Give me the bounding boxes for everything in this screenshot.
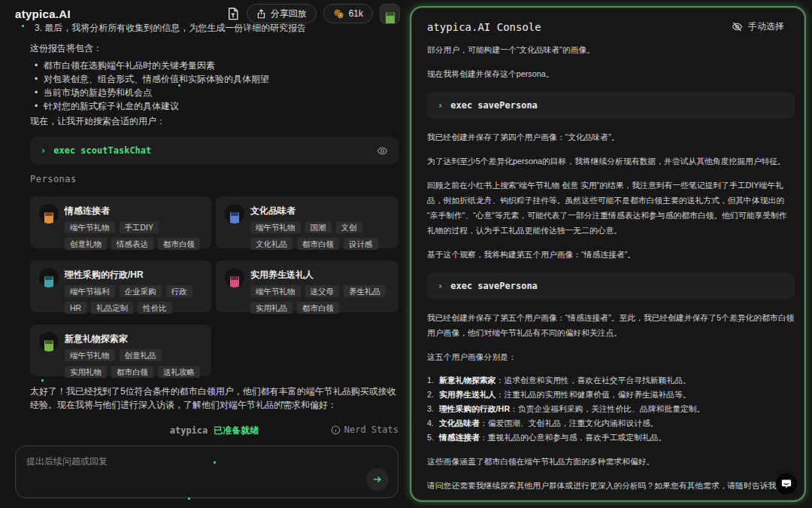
manual-select-toggle[interactable]: 手动选择 xyxy=(727,20,789,34)
chevron-right-icon xyxy=(41,145,46,156)
console-paragraph: 这五个用户画像分别是： xyxy=(427,349,795,364)
tag: 创意礼品 xyxy=(120,349,162,361)
eye-off-icon xyxy=(732,21,743,32)
persona-summary-item: 1.新意礼物探索家：追求创意和实用性，喜欢在社交平台寻找新颖礼品。 xyxy=(427,373,795,388)
share-icon xyxy=(256,9,266,19)
report-bullet: 针对您的新式粽子礼盒的具体建议 xyxy=(30,99,398,113)
tag: 都市白领 xyxy=(158,238,200,250)
eye-icon[interactable] xyxy=(377,145,388,157)
console-header: atypica.AI Console 手动选择 xyxy=(412,8,804,41)
personas-section-label: Personas xyxy=(30,174,398,184)
annotation-dot xyxy=(178,84,180,87)
exec-command-label: exec savePersona xyxy=(450,278,538,294)
tag: 送父母 xyxy=(305,285,340,297)
chevron-right-icon xyxy=(438,278,443,294)
tag: 端午节礼物 xyxy=(65,221,115,233)
avatar-pixel-character xyxy=(230,212,239,224)
tag: 性价比 xyxy=(138,302,172,314)
persona-summary-item: 3.理性采购的行政/HR：负责企业福利采购，关注性价比、品牌和批量定制。 xyxy=(427,402,795,416)
persona-card-culture-taste[interactable]: 文化品味者 端午节礼物 国潮 文创 文化礼品 都市白领 设计感 xyxy=(216,196,398,248)
send-button[interactable] xyxy=(366,468,389,491)
status-row: atypica已准备就绪 Nerd Stats xyxy=(30,424,398,437)
tag: HR xyxy=(65,302,86,314)
tag: 端午节福利 xyxy=(65,285,115,297)
persona-name: 理性采购的行政/HR xyxy=(65,269,202,281)
tag: 端午节礼物 xyxy=(65,349,115,361)
persona-name: 新意礼物探索家 xyxy=(65,333,202,345)
send-arrow-icon xyxy=(372,474,383,485)
annotation-dot xyxy=(188,497,190,500)
annotation-dot xyxy=(281,401,283,403)
console-panel: atypica.AI Console 手动选择 部分用户，可能构建一个“文化品味… xyxy=(411,8,804,500)
nerd-stats-toggle[interactable]: Nerd Stats xyxy=(331,424,398,435)
console-paragraph: 回顾之前在小红书上搜索“端午节礼物 创意 实用”的结果，我注意到有一些笔记提到了… xyxy=(427,178,795,238)
exec-save-persona-block[interactable]: exec savePersona xyxy=(427,92,795,119)
persona-avatar xyxy=(39,332,59,351)
transcript-icon xyxy=(226,7,240,21)
followup-input-box xyxy=(15,446,398,498)
exec-command-label: exec scoutTaskChat xyxy=(53,145,151,156)
persona-tags: 端午节礼物 送父母 养生礼品 实用礼品 都市白领 xyxy=(250,285,389,314)
status-brand: atypica xyxy=(170,425,208,436)
tag: 行政 xyxy=(166,285,192,297)
tag: 创意礼物 xyxy=(65,238,107,250)
avatar-pixel-character xyxy=(44,276,53,287)
persona-card-novel-gift-explorer[interactable]: 新意礼物探索家 端午节礼物 创意礼品 实用礼物 都市白领 送礼攻略 xyxy=(30,324,211,376)
exec-scout-task-block[interactable]: exec scoutTaskChat xyxy=(30,137,398,164)
manual-select-label: 手动选择 xyxy=(748,20,784,33)
tag: 国潮 xyxy=(305,221,332,233)
persona-avatar xyxy=(39,204,59,224)
avatar-pixel-character xyxy=(230,276,239,287)
persona-name: 情感连接者 xyxy=(65,205,202,217)
tag: 养生礼品 xyxy=(344,285,386,297)
report-bullet: 对包装创意、组合形式、情感价值和实际体验的具体期望 xyxy=(30,72,398,86)
app: { "colors": { "accent_green": "#4ade80",… xyxy=(0,0,812,508)
tag: 都市白领 xyxy=(297,238,339,250)
persona-card-emotion-connector[interactable]: 情感连接者 端午节礼物 手工DIY 创意礼物 情感表达 都市白领 xyxy=(30,196,211,248)
tag: 送礼攻略 xyxy=(158,366,200,378)
tag: 都市白领 xyxy=(111,366,153,378)
search-line: 现在，让我开始搜索合适的用户： xyxy=(30,114,398,129)
report-bullet: 当前市场的新趋势和机会点 xyxy=(30,86,398,99)
console-paragraph: 我已经创建并保存了第四个用户画像：“文化品味者”。 xyxy=(427,129,795,144)
persona-name: 文化品味者 xyxy=(250,205,389,217)
annotation-dot xyxy=(41,379,44,382)
annotation-dot xyxy=(22,25,24,27)
persona-summary-list: 1.新意礼物探索家：追求创意和实用性，喜欢在社交平台寻找新颖礼品。 2.实用养生… xyxy=(427,373,795,445)
support-chat-widget-button[interactable] xyxy=(776,473,797,494)
persona-tags: 端午节礼物 手工DIY 创意礼物 情感表达 都市白领 xyxy=(65,221,202,250)
tag: 企业采购 xyxy=(120,285,162,297)
tag: 情感表达 xyxy=(111,238,153,250)
persona-summary-item: 4.文化品味者：偏爱国潮、文创礼品，注重文化内涵和设计感。 xyxy=(427,416,795,430)
persona-tags: 端午节礼物 创意礼品 实用礼物 都市白领 送礼攻略 xyxy=(65,349,202,378)
coins-icon xyxy=(333,8,344,20)
console-clipped-line: 部分用户，可能构建一个“文化品味者”的画像。 xyxy=(427,42,795,57)
tag: 都市白领 xyxy=(297,302,339,314)
avatar-pixel-character xyxy=(44,340,53,351)
persona-name: 实用养生送礼人 xyxy=(250,269,389,281)
exec-save-persona-block[interactable]: exec savePersona xyxy=(427,272,795,300)
nerd-stats-label: Nerd Stats xyxy=(344,424,398,435)
chat-panel: 3. 最后，我将分析所有收集到的信息，为您生成一份详细的研究报告 这份报告将包含… xyxy=(30,20,398,437)
persona-tags: 端午节礼物 国潮 文创 文化礼品 都市白领 设计感 xyxy=(250,221,389,250)
tag: 礼品定制 xyxy=(91,302,133,314)
persona-avatar xyxy=(225,204,244,224)
tag: 实用礼品 xyxy=(250,302,292,314)
console-log[interactable]: 部分用户，可能构建一个“文化品味者”的画像。 现在我将创建并保存这个person… xyxy=(412,41,804,490)
persona-card-practical-health[interactable]: 实用养生送礼人 端午节礼物 送父母 养生礼品 实用礼品 都市白领 xyxy=(216,260,398,312)
report-bullet-list: 都市白领在选购端午礼品时的关键考量因素 对包装创意、组合形式、情感价值和实际体验… xyxy=(30,59,398,113)
credits-count: 61k xyxy=(349,8,363,19)
persona-summary-item: 2.实用养生送礼人：注重礼品的实用性和健康价值，偏好养生滋补品等。 xyxy=(427,388,795,402)
persona-card-rational-hr[interactable]: 理性采购的行政/HR 端午节福利 企业采购 行政 HR 礼品定制 性价比 xyxy=(30,260,211,312)
chevron-right-icon xyxy=(438,98,443,113)
persona-avatar xyxy=(39,268,59,287)
console-paragraph: 基于这个观察，我将构建第五个用户画像：“情感连接者”。 xyxy=(427,247,795,262)
console-paragraph: 我已经创建并保存了第五个用户画像：“情感连接者”。至此，我已经创建并保存了5个差… xyxy=(427,310,795,340)
transcript-button[interactable] xyxy=(226,7,240,21)
chat-bubble-icon xyxy=(781,479,792,489)
status-ready-badge: 已准备就绪 xyxy=(214,425,259,436)
app-logo[interactable]: atypica.AI xyxy=(15,8,71,20)
followup-input[interactable] xyxy=(19,449,350,488)
report-intro: 这份报告将包含： xyxy=(30,41,398,56)
persona-avatar xyxy=(225,268,244,287)
